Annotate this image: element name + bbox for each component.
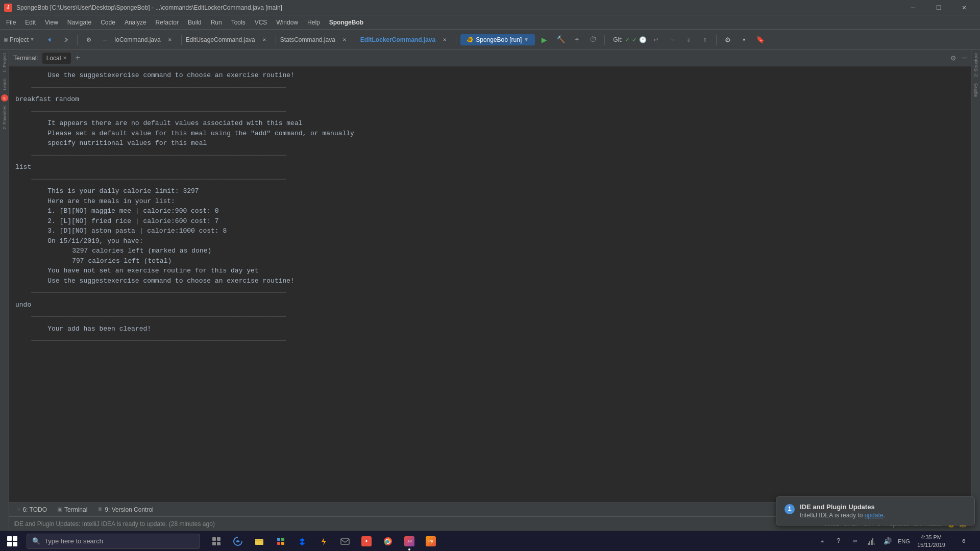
scroll-up-icon[interactable] <box>815 534 829 548</box>
menu-run[interactable]: Run <box>207 17 226 28</box>
close-button[interactable]: ✕ <box>952 0 976 15</box>
chrome-button[interactable] <box>378 531 398 552</box>
menu-help[interactable]: Help <box>303 17 324 28</box>
terminal-close-button[interactable]: — <box>962 54 967 63</box>
menu-navigate[interactable]: Navigate <box>63 17 95 28</box>
toolbar-settings-button[interactable]: ⚙ <box>82 33 96 47</box>
volume-tray-icon[interactable]: 🔊 <box>880 534 895 548</box>
terminal-tool-button[interactable]: ▣ Terminal <box>53 505 91 515</box>
svg-rect-3 <box>217 542 220 545</box>
app-active-dot <box>408 548 410 550</box>
build-button[interactable]: 🔨 <box>553 33 568 47</box>
taskbar-clock[interactable]: 4:35 PM 15/11/2019 <box>913 534 949 548</box>
notification-text: IntelliJ IDEA is ready to update. <box>800 512 966 519</box>
terminal-cmd-list: list <box>15 162 965 172</box>
menu-tools[interactable]: Tools <box>227 17 250 28</box>
git-clock-icon: 🕐 <box>639 36 647 43</box>
menu-build[interactable]: Build <box>184 17 206 28</box>
terminal-add-button[interactable]: + <box>75 54 80 63</box>
bookmark-button[interactable]: 🔖 <box>753 33 768 47</box>
terminal-line-cleared: Your add has been cleared! <box>15 324 965 334</box>
terminal-line-2: It appears there are no default values a… <box>15 118 965 129</box>
terminal-divider-3: ────────────────────────────────────────… <box>15 151 965 161</box>
terminal-tab-local[interactable]: Local ✕ <box>42 53 71 64</box>
terminal-line-calorie-limit: This is your daily calorie limit: 3297 <box>15 186 965 196</box>
profile-button[interactable]: ⏱ <box>586 33 600 47</box>
network-tray-icon[interactable] <box>864 534 878 548</box>
toolbar: ▣ Project ▼ ⚙ — IoCommand.java ✕ EditUsa… <box>0 30 980 50</box>
minimize-button[interactable]: — <box>901 0 925 15</box>
language-tray-icon[interactable]: ENG <box>897 534 911 548</box>
vcs-update-button[interactable]: ⇓ <box>681 33 696 47</box>
vcs-push-button[interactable]: ⇑ <box>698 33 712 47</box>
start-button[interactable] <box>0 531 24 552</box>
svg-rect-0 <box>212 537 216 541</box>
toolbar-close-io[interactable]: ✕ <box>163 33 177 47</box>
toolbar-dash-button[interactable]: — <box>98 33 112 47</box>
menu-view[interactable]: View <box>41 17 62 28</box>
learn-panel-label[interactable]: Learn <box>1 76 8 93</box>
run-config-chevron-icon: ▼ <box>524 37 529 42</box>
intellij-idea-button[interactable]: IJ <box>399 531 420 552</box>
notification-title: IDE and Plugin Updates <box>800 503 966 511</box>
toolbar-close-stats[interactable]: ✕ <box>337 33 352 47</box>
toolbar-file-label-io: IoCommand.java <box>114 36 161 43</box>
toolbar-close-editlocker[interactable]: ✕ <box>437 33 452 47</box>
power-app-button[interactable] <box>313 531 334 552</box>
favorites-panel-label[interactable]: 2: Favorites <box>1 103 8 133</box>
menu-edit[interactable]: Edit <box>21 17 40 28</box>
menu-analyze[interactable]: Analyze <box>120 17 151 28</box>
menu-window[interactable]: Window <box>272 17 302 28</box>
svg-rect-8 <box>277 542 280 545</box>
help-tray-icon[interactable]: ? <box>831 534 846 548</box>
dropbox-button[interactable] <box>292 531 312 552</box>
structure-panel-label[interactable]: 2: Structure <box>972 50 979 80</box>
restore-layout-button[interactable]: ▪ <box>737 33 751 47</box>
python-ide-button[interactable]: Py <box>421 531 441 552</box>
version-control-tool-button[interactable]: ⑨ 9: Version Control <box>93 505 157 515</box>
notification-content: IDE and Plugin Updates IntelliJ IDEA is … <box>800 503 966 519</box>
toolbar-separator-2 <box>77 35 78 45</box>
terminal-area: Terminal: Local ✕ + ⚙ — Use the suggeste… <box>9 50 971 531</box>
taskbar-notification-button[interactable]: 6 <box>951 531 976 552</box>
store-button[interactable] <box>271 531 291 552</box>
mail-button[interactable] <box>335 531 355 552</box>
terminal-line-4: specify nutritional values for this meal <box>15 138 965 148</box>
run-button[interactable]: ▶ <box>537 33 551 47</box>
menu-code[interactable]: Code <box>96 17 119 28</box>
toolbar-close-editusage[interactable]: ✕ <box>257 33 272 47</box>
maximize-button[interactable]: □ <box>927 0 950 15</box>
terminal-tab-close-icon[interactable]: ✕ <box>63 55 67 61</box>
navigate-forward-button[interactable] <box>59 33 73 47</box>
terminal-tab-bar: Terminal: Local ✕ + ⚙ — <box>9 50 971 66</box>
file-explorer-button[interactable] <box>249 531 270 552</box>
intellij-red-button[interactable]: ♦ <box>356 531 377 552</box>
svg-rect-16 <box>871 540 872 545</box>
keyboard-tray-icon[interactable]: ⌨ <box>848 534 862 548</box>
terminal-divider-5: ────────────────────────────────────────… <box>15 288 965 298</box>
run-config-button[interactable]: 🐠 SpongeBob [run] ▼ <box>460 34 535 45</box>
settings-button[interactable]: ⚙ <box>721 33 735 47</box>
redo-button[interactable]: ↪ <box>665 33 679 47</box>
terminal-divider-6: ────────────────────────────────────────… <box>15 312 965 322</box>
notification-update-link[interactable]: update <box>865 512 884 519</box>
edge-browser-button[interactable] <box>228 531 248 552</box>
project-view-button[interactable]: ▣ Project ▼ <box>4 36 34 43</box>
menu-refactor[interactable]: Refactor <box>152 17 183 28</box>
terminal-divider-4: ────────────────────────────────────────… <box>15 174 965 185</box>
menu-spongbob[interactable]: SpongeBob <box>325 17 368 28</box>
taskview-button[interactable] <box>206 531 227 552</box>
menu-vcs[interactable]: VCS <box>251 17 272 28</box>
todo-tool-button[interactable]: ≡ 6: TODO <box>13 505 51 515</box>
terminal-content[interactable]: Use the suggestexercise command to choos… <box>9 66 971 502</box>
terminal-settings-icon[interactable]: ⚙ <box>951 53 956 63</box>
project-panel-label[interactable]: 1: Project <box>1 50 8 76</box>
coverage-button[interactable]: ☂ <box>570 33 584 47</box>
project-label: Project <box>10 36 29 43</box>
menu-file[interactable]: File <box>2 17 20 28</box>
navigate-back-button[interactable] <box>42 33 57 47</box>
undo-button[interactable]: ↩ <box>649 33 663 47</box>
gradle-panel-label[interactable]: Gradle <box>972 80 979 100</box>
taskbar-search-bar[interactable]: 🔍 Type here to search <box>27 534 200 549</box>
taskbar-date: 15/11/2019 <box>917 541 945 548</box>
